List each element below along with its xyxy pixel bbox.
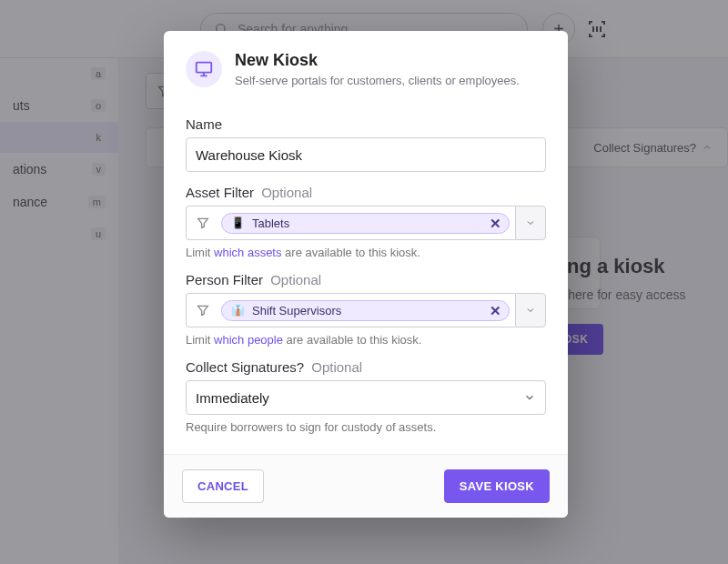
label-text: Person Filter: [186, 272, 263, 287]
select-value: Immediately: [196, 390, 269, 406]
name-group: Name: [186, 116, 546, 172]
modal-footer: CANCEL SAVE KIOSK: [164, 454, 568, 518]
funnel-icon: [192, 303, 214, 317]
hint-text: Limit: [186, 333, 214, 347]
chip-remove-icon[interactable]: ✕: [490, 217, 501, 230]
name-input[interactable]: [186, 137, 546, 172]
label-text: Asset Filter: [186, 185, 254, 200]
chevron-down-icon: [525, 217, 536, 228]
asset-filter-hint: Limit which assets are available to this…: [186, 246, 546, 259]
collect-signatures-select[interactable]: Immediately: [186, 380, 546, 415]
chevron-down-icon: [525, 305, 536, 316]
asset-filter-box[interactable]: 📱 Tablets ✕: [186, 206, 515, 240]
new-kiosk-modal: New Kiosk Self-serve portals for custome…: [164, 31, 568, 518]
optional-text: Optional: [270, 272, 321, 287]
person-filter-box[interactable]: 👔 Shift Supervisors ✕: [186, 293, 515, 327]
label-text: Collect Signatures?: [186, 359, 304, 375]
monitor-icon: [186, 51, 222, 87]
which-assets-link[interactable]: which assets: [214, 246, 281, 259]
hint-text: Limit: [186, 246, 214, 259]
which-people-link[interactable]: which people: [214, 333, 283, 347]
optional-text: Optional: [261, 185, 312, 200]
name-label: Name: [186, 116, 546, 132]
chip-label: Tablets: [252, 217, 289, 230]
person-filter-chip[interactable]: 👔 Shift Supervisors ✕: [221, 300, 510, 321]
modal-subtitle: Self-serve portals for customers, client…: [235, 74, 520, 87]
person-icon: 👔: [231, 304, 245, 317]
modal-header: New Kiosk Self-serve portals for custome…: [164, 31, 568, 100]
cancel-button[interactable]: CANCEL: [182, 469, 264, 503]
chip-label: Shift Supervisors: [252, 304, 341, 317]
modal-body: Name Asset Filter Optional 📱 Tablets ✕: [164, 100, 568, 454]
collect-signatures-group: Collect Signatures? Optional Immediately…: [186, 359, 546, 434]
asset-filter-dropdown[interactable]: [515, 206, 546, 240]
person-filter-dropdown[interactable]: [515, 293, 546, 327]
funnel-icon: [192, 216, 214, 230]
optional-text: Optional: [311, 359, 362, 375]
hint-text: are available to this kiosk.: [281, 246, 420, 259]
person-filter-group: Person Filter Optional 👔 Shift Superviso…: [186, 272, 546, 347]
chevron-down-icon: [523, 391, 536, 404]
collect-signatures-hint: Require borrowers to sign for custody of…: [186, 420, 546, 434]
person-filter-label: Person Filter Optional: [186, 272, 546, 287]
person-filter-hint: Limit which people are available to this…: [186, 333, 546, 347]
save-kiosk-button[interactable]: SAVE KIOSK: [444, 469, 550, 503]
collect-signatures-label: Collect Signatures? Optional: [186, 359, 546, 375]
modal-title: New Kiosk: [235, 51, 520, 70]
tablet-icon: 📱: [231, 217, 245, 229]
asset-filter-group: Asset Filter Optional 📱 Tablets ✕: [186, 185, 546, 259]
chip-remove-icon[interactable]: ✕: [490, 304, 501, 317]
asset-filter-label: Asset Filter Optional: [186, 185, 546, 200]
hint-text: are available to this kiosk.: [283, 333, 421, 347]
svg-rect-5: [197, 63, 212, 73]
asset-filter-chip[interactable]: 📱 Tablets ✕: [221, 213, 510, 234]
